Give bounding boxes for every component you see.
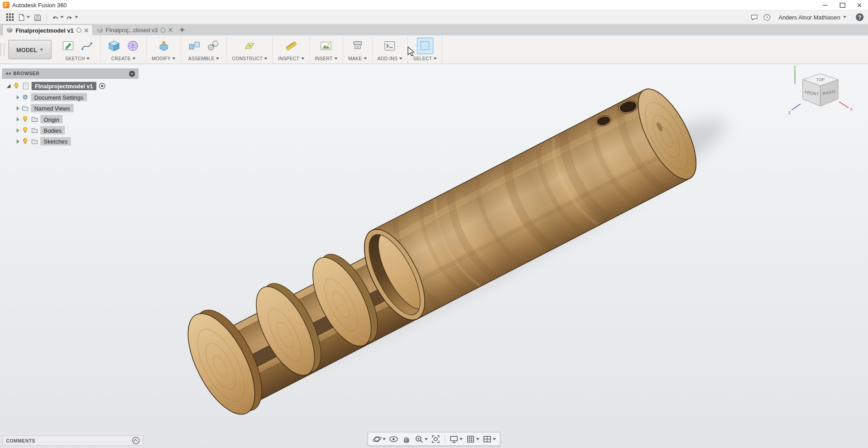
ribbon-group-insert: INSERT bbox=[310, 35, 343, 63]
collapse-panel-icon[interactable] bbox=[5, 72, 10, 75]
close-button[interactable] bbox=[851, 0, 868, 10]
save-button[interactable] bbox=[32, 12, 43, 23]
look-at-button[interactable] bbox=[388, 434, 400, 444]
group-label-text: MODIFY bbox=[152, 56, 171, 61]
help-button[interactable]: ? bbox=[856, 13, 863, 21]
press-pull-button[interactable] bbox=[155, 38, 172, 54]
redo-icon bbox=[65, 13, 73, 21]
browser-row-origin[interactable]: Origin bbox=[2, 114, 139, 125]
node-label[interactable]: Origin bbox=[40, 115, 62, 123]
root-node-label[interactable]: FInalprojectmodel v1 bbox=[32, 82, 96, 90]
ribbon-group-label-assemble[interactable]: ASSEMBLE bbox=[188, 56, 220, 61]
expander-closed-icon[interactable] bbox=[17, 106, 19, 111]
document-tab-inactive[interactable]: FInalproj...closed v3 bbox=[93, 24, 177, 35]
orbit-button[interactable] bbox=[371, 434, 387, 444]
view-cube-faces[interactable]: TOP FRONT RIGHT bbox=[803, 73, 838, 106]
viewports-button[interactable] bbox=[481, 434, 497, 444]
ribbon-group-label-addins[interactable]: ADD-INS bbox=[378, 56, 403, 61]
ribbon-group-label-select[interactable]: SELECT bbox=[413, 56, 437, 61]
create-sketch-button[interactable] bbox=[60, 38, 77, 54]
document-tab-bar: FInalprojectmodel v1 FInalproj...closed … bbox=[0, 24, 868, 35]
comments-expand-icon[interactable] bbox=[132, 437, 139, 444]
browser-row-bodies[interactable]: Bodies bbox=[2, 125, 139, 135]
maximize-button[interactable] bbox=[834, 0, 851, 10]
window-controls bbox=[816, 0, 868, 10]
ribbon-group-label-create[interactable]: CREATE bbox=[111, 56, 136, 61]
file-menu-button[interactable] bbox=[17, 12, 30, 23]
redo-button[interactable] bbox=[65, 12, 78, 23]
node-label[interactable]: Bodies bbox=[40, 126, 65, 134]
new-component-button[interactable] bbox=[186, 38, 203, 54]
fusion-logo-icon: F bbox=[3, 2, 10, 9]
lightbulb-icon[interactable] bbox=[22, 138, 29, 145]
ribbon-group-label-insert[interactable]: INSERT bbox=[315, 56, 337, 61]
insert-image-button[interactable] bbox=[318, 38, 335, 54]
comments-bar[interactable]: COMMENTS bbox=[2, 435, 144, 446]
measure-icon bbox=[284, 39, 297, 53]
lightbulb-icon[interactable] bbox=[22, 116, 29, 123]
create-box-button[interactable] bbox=[106, 38, 123, 54]
face-top-label[interactable]: TOP bbox=[816, 77, 825, 82]
browser-row-sketches[interactable]: Sketches bbox=[2, 136, 139, 146]
construct-plane-button[interactable] bbox=[241, 38, 258, 54]
browser-header[interactable]: BROWSER bbox=[2, 68, 139, 78]
user-account-menu[interactable]: Anders Alnor Mathiasen bbox=[774, 12, 851, 23]
document-cube-icon bbox=[97, 27, 103, 33]
job-status-button[interactable] bbox=[762, 12, 772, 23]
expander-closed-icon[interactable] bbox=[17, 95, 19, 99]
document-tab-active[interactable]: FInalprojectmodel v1 bbox=[2, 24, 93, 35]
ribbon-group-label-sketch[interactable]: SKETCH bbox=[65, 56, 90, 61]
tab-close-button[interactable] bbox=[168, 28, 173, 32]
expander-closed-icon[interactable] bbox=[17, 139, 19, 144]
activate-radio-icon[interactable] bbox=[99, 82, 106, 90]
maximize-icon bbox=[839, 2, 845, 7]
make-button[interactable] bbox=[349, 38, 366, 54]
zoom-button[interactable] bbox=[413, 434, 429, 444]
group-label-text: ADD-INS bbox=[378, 56, 398, 61]
expander-open-icon[interactable] bbox=[7, 84, 11, 88]
cloud-status-icon bbox=[161, 27, 166, 32]
toolbar-grip[interactable] bbox=[0, 43, 5, 56]
view-cube[interactable]: y x z TOP FRONT RIGHT bbox=[784, 64, 856, 125]
measure-button[interactable] bbox=[283, 38, 300, 54]
joint-button[interactable] bbox=[205, 38, 222, 54]
scripts-addins-button[interactable] bbox=[382, 38, 398, 54]
comments-toggle-button[interactable] bbox=[749, 12, 760, 23]
pan-button[interactable] bbox=[400, 434, 412, 444]
tab-close-button[interactable] bbox=[84, 28, 89, 33]
model-canvas[interactable]: BROWSER FInalprojectmodel v1 bbox=[0, 64, 868, 448]
browser-minimize-icon[interactable] bbox=[129, 71, 135, 77]
wood-cylinder-model[interactable] bbox=[174, 76, 710, 424]
new-tab-button[interactable] bbox=[177, 24, 187, 35]
ribbon-group-label-inspect[interactable]: INSPECT bbox=[278, 56, 304, 61]
fit-button[interactable] bbox=[430, 434, 442, 444]
app-grid-button[interactable] bbox=[5, 12, 15, 23]
lightbulb-icon[interactable] bbox=[13, 82, 20, 90]
undo-button[interactable] bbox=[51, 12, 63, 23]
display-caret-icon bbox=[460, 438, 463, 440]
expander-closed-icon[interactable] bbox=[17, 117, 19, 121]
group-caret-icon bbox=[434, 58, 437, 60]
ribbon-group-label-modify[interactable]: MODIFY bbox=[152, 56, 176, 61]
node-label[interactable]: Named Views bbox=[31, 104, 73, 112]
node-label[interactable]: Document Settings bbox=[31, 93, 86, 101]
ribbon-group-addins: ADD-INS bbox=[373, 35, 408, 63]
grid-snaps-button[interactable] bbox=[465, 434, 480, 444]
create-form-button[interactable] bbox=[125, 38, 141, 54]
display-settings-button[interactable] bbox=[448, 434, 464, 444]
browser-root-row[interactable]: FInalprojectmodel v1 bbox=[2, 81, 139, 91]
sketch-spline-button[interactable] bbox=[79, 38, 96, 54]
node-label[interactable]: Sketches bbox=[40, 137, 71, 145]
ribbon-group-inspect: INSPECT bbox=[273, 35, 310, 63]
browser-row-document-settings[interactable]: Document Settings bbox=[2, 92, 139, 102]
lightbulb-icon[interactable] bbox=[22, 127, 29, 134]
browser-row-named-views[interactable]: Named Views bbox=[2, 103, 139, 113]
group-label-text: SKETCH bbox=[65, 56, 85, 61]
select-tool-button[interactable] bbox=[417, 38, 433, 54]
minimize-button[interactable] bbox=[816, 0, 834, 10]
group-label-text: MAKE bbox=[348, 56, 362, 61]
ribbon-group-label-make[interactable]: MAKE bbox=[348, 56, 367, 61]
expander-closed-icon[interactable] bbox=[17, 128, 19, 133]
workspace-selector[interactable]: MODEL bbox=[8, 40, 51, 59]
ribbon-group-label-construct[interactable]: CONSTRUCT bbox=[232, 56, 268, 61]
